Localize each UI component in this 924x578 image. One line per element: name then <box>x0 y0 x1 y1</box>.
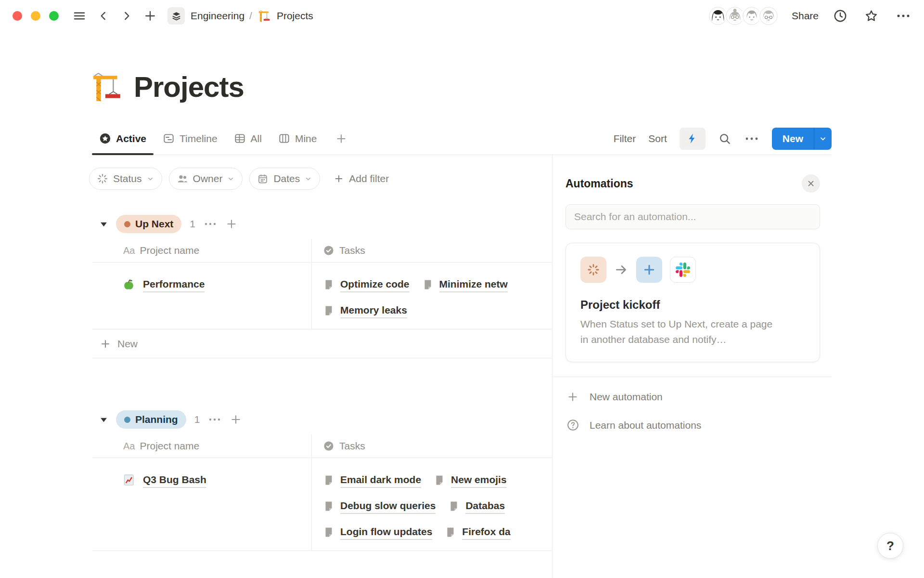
window-controls <box>13 11 59 21</box>
more-options-icon[interactable] <box>895 9 911 23</box>
new-automation-button[interactable]: New automation <box>565 391 820 403</box>
task-page-link[interactable]: Firefox da <box>445 525 510 540</box>
plus-icon <box>334 173 344 184</box>
add-filter-button[interactable]: Add filter <box>334 173 389 184</box>
tab-all[interactable]: All <box>234 122 262 155</box>
add-view-icon[interactable] <box>335 132 347 145</box>
collaborator-avatars <box>707 5 779 26</box>
tab-timeline[interactable]: Timeline <box>163 122 218 155</box>
crane-icon <box>258 10 271 23</box>
divider <box>552 377 832 377</box>
back-icon[interactable] <box>97 10 110 22</box>
avatar[interactable] <box>758 5 779 26</box>
filter-chip-status[interactable]: Status <box>89 168 162 190</box>
page-icon <box>434 474 445 486</box>
create-page-action-icon <box>636 257 662 283</box>
forward-icon[interactable] <box>120 10 133 22</box>
page-icon <box>448 500 460 512</box>
column-header-project-name[interactable]: Aa Project name <box>92 245 311 256</box>
text-property-icon: Aa <box>123 441 135 452</box>
sidebar-menu-icon[interactable] <box>72 9 87 23</box>
timeline-view-icon <box>163 132 175 144</box>
status-trigger-icon <box>580 257 606 283</box>
filter-chip-owner[interactable]: Owner <box>169 168 243 190</box>
minimize-window-button[interactable] <box>31 11 40 21</box>
page-icon <box>422 279 434 290</box>
text-property-icon: Aa <box>123 245 135 256</box>
task-page-link[interactable]: New emojis <box>434 473 507 488</box>
people-icon <box>177 173 188 184</box>
share-button[interactable]: Share <box>792 10 819 22</box>
teamspace-icon[interactable] <box>167 7 185 25</box>
close-icon[interactable] <box>802 174 820 193</box>
board-view-icon <box>278 132 290 144</box>
chevron-down-icon <box>305 175 312 183</box>
filter-chip-dates[interactable]: Dates <box>249 168 320 190</box>
task-page-link[interactable]: Email dark mode <box>323 473 421 488</box>
breadcrumb-workspace[interactable]: Engineering <box>191 10 244 22</box>
automation-search-input[interactable] <box>565 204 820 229</box>
task-page-link[interactable]: Databas <box>448 499 505 514</box>
group-up-next: Up Next 1 Aa Project name Tasks <box>92 215 552 358</box>
tab-mine[interactable]: Mine <box>278 122 317 155</box>
chart-increasing-icon <box>122 473 135 486</box>
filter-button[interactable]: Filter <box>614 133 636 144</box>
new-page-icon[interactable] <box>143 9 157 23</box>
search-icon[interactable] <box>718 132 732 145</box>
new-dropdown-icon[interactable] <box>814 128 832 150</box>
help-button[interactable]: ? <box>877 533 903 559</box>
task-page-link[interactable]: Memory leaks <box>323 303 407 318</box>
group-status-pill[interactable]: Up Next <box>116 215 181 233</box>
automation-card[interactable]: Project kickoff When Status set to Up Ne… <box>565 243 820 362</box>
new-row-button[interactable]: New <box>92 329 552 358</box>
status-dot <box>124 417 130 423</box>
zoom-window-button[interactable] <box>49 11 59 21</box>
group-planning: Planning 1 Aa Project name Task <box>92 410 552 551</box>
page-icon <box>323 474 334 486</box>
table-row: Q3 Bug Bash Email dark mode New emojis <box>92 458 552 551</box>
learn-about-automations-link[interactable]: Learn about automations <box>565 419 820 432</box>
table-row: Performance Optimize code Minimize netw <box>92 262 552 329</box>
calendar-icon <box>257 173 269 184</box>
page-crane-icon[interactable] <box>91 71 123 103</box>
group-options-icon[interactable] <box>208 414 221 425</box>
column-header-tasks[interactable]: Tasks <box>311 245 365 256</box>
collapse-triangle-icon[interactable] <box>100 220 108 228</box>
page-icon <box>323 305 334 316</box>
task-page-link[interactable]: Optimize code <box>323 277 410 292</box>
panel-title: Automations <box>565 177 633 190</box>
new-button[interactable]: New <box>772 128 814 150</box>
breadcrumb-separator: / <box>249 10 252 22</box>
slack-icon <box>670 257 696 283</box>
status-burst-icon <box>97 173 108 184</box>
task-page-link[interactable]: Login flow updates <box>323 525 432 540</box>
view-options-icon[interactable] <box>744 132 759 145</box>
breadcrumb-page[interactable]: Projects <box>277 10 313 22</box>
group-add-icon[interactable] <box>230 413 242 426</box>
updates-clock-icon[interactable] <box>833 9 847 23</box>
page-icon <box>323 279 334 290</box>
favorite-star-icon[interactable] <box>864 9 879 24</box>
chevron-down-icon <box>147 175 154 183</box>
project-page-link[interactable]: Q3 Bug Bash <box>143 473 206 488</box>
close-window-button[interactable] <box>13 11 22 21</box>
column-header-project-name[interactable]: Aa Project name <box>92 440 311 452</box>
automation-description: When Status set to Up Next, create a pag… <box>580 316 780 347</box>
automations-bolt-icon[interactable] <box>680 128 706 150</box>
column-header-tasks[interactable]: Tasks <box>311 440 365 452</box>
task-page-link[interactable]: Minimize netw <box>422 277 508 292</box>
task-page-link[interactable]: Debug slow queries <box>323 499 436 514</box>
plus-icon <box>565 391 580 403</box>
group-options-icon[interactable] <box>204 218 217 230</box>
group-add-icon[interactable] <box>225 218 238 230</box>
collapse-triangle-icon[interactable] <box>100 416 108 424</box>
status-dot <box>124 221 130 227</box>
tab-active[interactable]: Active <box>99 122 146 155</box>
project-page-link[interactable]: Performance <box>143 277 205 292</box>
table-view-icon <box>234 132 246 144</box>
database-view: Status Owner Dates Add filter <box>92 155 552 551</box>
page-title[interactable]: Projects <box>134 70 244 104</box>
sort-button[interactable]: Sort <box>648 133 667 144</box>
group-status-pill[interactable]: Planning <box>116 410 186 429</box>
view-toolbar: Active Timeline All Mine Filter Sort <box>92 122 832 155</box>
